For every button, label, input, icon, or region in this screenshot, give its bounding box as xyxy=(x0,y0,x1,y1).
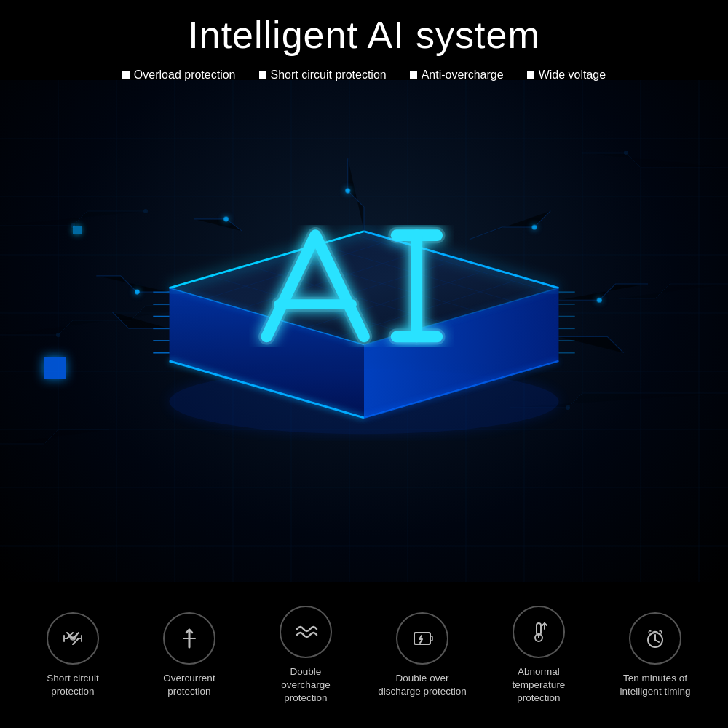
svg-point-69 xyxy=(597,298,602,303)
double-over-discharge-circle xyxy=(396,612,448,665)
svg-point-68 xyxy=(135,290,140,295)
double-overcharge-label: Doubleoverchargeprotection xyxy=(281,665,331,705)
icon-item-overcurrent: Overcurrentprotection xyxy=(135,612,244,698)
overcurrent-circle xyxy=(163,612,215,665)
features-bar: Overload protection Short circuit protec… xyxy=(0,64,728,89)
svg-line-96 xyxy=(655,640,659,642)
main-image-area xyxy=(0,80,728,582)
feature-short-circuit: Short circuit protection xyxy=(259,68,387,82)
icon-item-short-circuit: Short circuitprotection xyxy=(18,612,127,698)
double-overcharge-icon xyxy=(293,619,319,645)
overcurrent-icon xyxy=(176,625,202,652)
icon-item-double-overcharge: Doubleoverchargeprotection xyxy=(251,606,360,705)
short-circuit-icon xyxy=(60,625,86,652)
feature-short-circuit-label: Short circuit protection xyxy=(271,68,387,82)
main-title: Intelligent AI system xyxy=(0,0,728,64)
icon-item-double-over-discharge: Double overdischarge protection xyxy=(368,612,477,698)
svg-point-71 xyxy=(532,225,537,230)
icons-section: Short circuitprotection Overcurrentprote… xyxy=(0,586,728,728)
temperature-label: Abnormaltemperatureprotection xyxy=(513,665,566,705)
timing-circle xyxy=(629,612,681,665)
chip-scene xyxy=(0,80,728,582)
feature-wide-voltage: Wide voltage xyxy=(527,68,606,82)
feature-overload: Overload protection xyxy=(122,68,236,82)
icon-item-timing: Ten minutes ofintelligent timing xyxy=(601,612,710,698)
feature-anti-overcharge: Anti-overcharge xyxy=(410,68,504,82)
double-over-discharge-label: Double overdischarge protection xyxy=(378,672,467,698)
svg-rect-90 xyxy=(537,623,541,635)
short-circuit-circle xyxy=(47,612,99,665)
svg-point-70 xyxy=(223,217,229,222)
timing-icon xyxy=(642,625,668,652)
double-over-discharge-icon xyxy=(409,625,435,652)
bullet-icon xyxy=(527,71,534,79)
bullet-icon xyxy=(259,71,266,79)
overcurrent-label: Overcurrentprotection xyxy=(163,672,215,698)
bullet-icon xyxy=(122,71,130,79)
icon-item-temperature: Abnormaltemperatureprotection xyxy=(484,606,593,705)
short-circuit-label: Short circuitprotection xyxy=(47,672,98,698)
temperature-icon xyxy=(526,619,552,645)
double-overcharge-circle xyxy=(280,606,332,658)
feature-wide-voltage-label: Wide voltage xyxy=(539,68,606,82)
bullet-icon xyxy=(410,71,417,79)
svg-point-72 xyxy=(345,189,350,194)
ai-chip-svg xyxy=(80,80,648,510)
temperature-circle xyxy=(513,606,565,658)
feature-anti-overcharge-label: Anti-overcharge xyxy=(422,68,504,82)
timing-label: Ten minutes ofintelligent timing xyxy=(620,672,691,698)
svg-rect-89 xyxy=(430,636,432,641)
feature-overload-label: Overload protection xyxy=(134,68,236,82)
page-wrapper: Intelligent AI system Overload protectio… xyxy=(0,0,728,728)
